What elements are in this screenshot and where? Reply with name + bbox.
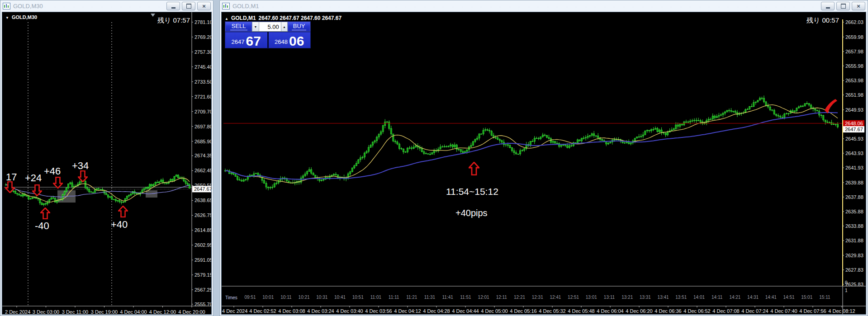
time-axis-label: 3 Dec 19:00 <box>91 309 118 315</box>
volume-decrease-button[interactable] <box>252 22 259 32</box>
chart-symbol-label: GOLD,M30 <box>12 14 37 20</box>
time-axis-label: 4 Dec 03:08 <box>278 308 305 314</box>
price-axis-label: 2591.05 <box>194 257 212 263</box>
restore-icon <box>841 4 846 9</box>
price-axis-label: 2657.98 <box>845 49 863 54</box>
price-axis-label: 2579.15 <box>194 272 212 278</box>
price-axis-label: 2602.95 <box>194 242 212 248</box>
red-up-arrow <box>118 206 128 217</box>
titlebar-m1[interactable]: GOLD,M1 <box>220 0 868 12</box>
price-axis-label: 2662.45 <box>194 168 212 173</box>
restore-icon <box>186 4 191 9</box>
time-axis-label: 4 Dec 2024 <box>222 308 247 314</box>
trade-time-annotation: 11:54~15:12 <box>446 186 498 197</box>
restore-button[interactable] <box>836 2 850 10</box>
indicator-time-label: 12:21 <box>514 295 525 300</box>
time-axis-label: 4 Dec 02:52 <box>249 308 276 314</box>
price-axis-label: 2631.88 <box>845 238 863 243</box>
bid-price-minor: 67 <box>246 35 261 47</box>
restore-button[interactable] <box>182 2 195 10</box>
price-axis-label: 2769.20 <box>194 34 212 40</box>
candlestick-chart-m1[interactable]: 2662.032659.982657.982655.982653.982651.… <box>222 12 866 315</box>
close-button[interactable] <box>852 2 865 10</box>
indicator-time-label: 11:01 <box>370 295 382 300</box>
time-axis-label: 4 Dec 06:36 <box>655 308 681 314</box>
time-axis-label: 4 Dec 04:00 <box>120 309 147 315</box>
chart-symbol-header[interactable]: GOLD,M30 <box>5 14 37 20</box>
price-axis-label: 2697.80 <box>194 124 212 129</box>
time-axis-label: 4 Dec 07:24 <box>741 308 768 314</box>
time-axis-label: 3 Dec 03:00 <box>33 309 59 315</box>
time-axis-label: 4 Dec 06:52 <box>683 308 710 314</box>
ask-price-minor: 06 <box>289 35 304 47</box>
indicator-time-label: 11:41 <box>442 295 454 300</box>
price-axis-label: 2662.03 <box>845 19 863 25</box>
price-axis-label: 2633.88 <box>845 223 863 229</box>
indicator-time-label: 15:11 <box>819 295 830 300</box>
time-axis-label: 4 Dec 03:24 <box>307 308 334 314</box>
red-down-arrow <box>5 181 15 193</box>
indicator-time-label: 10:31 <box>316 295 327 300</box>
volume-increase-button[interactable] <box>281 22 288 32</box>
price-axis-label: 2653.98 <box>845 78 863 83</box>
candle-countdown-timer: 残り 07:57 <box>157 16 190 25</box>
bid-price-major: 2647 <box>232 38 245 45</box>
moving-average-line <box>225 105 838 183</box>
chart-window-m1: GOLD,M1 2662.032659.982657.982655.982653… <box>220 0 868 316</box>
collapse-triangle-icon <box>5 14 9 20</box>
indicator-time-label: 09:51 <box>244 295 256 300</box>
price-axis-label: 2655.98 <box>845 63 863 69</box>
time-axis-label: 2 Dec 2024 <box>5 309 30 315</box>
chart-symbol-header[interactable]: GOLD,M1 2647.60 2647.67 2647.60 2647.67 <box>225 15 342 21</box>
time-axis-label: 4 Dec 08:12 <box>828 308 855 314</box>
spin-down-icon <box>254 25 257 28</box>
bid-price-display[interactable]: 2647 67 <box>225 32 267 48</box>
price-axis-label: 2781.10 <box>194 19 212 25</box>
time-axis-label: 4 Dec 05:32 <box>539 308 565 314</box>
minimize-button[interactable] <box>166 2 180 10</box>
minimize-icon <box>826 7 830 9</box>
price-axis-label: 2641.93 <box>845 165 863 170</box>
price-axis-label: 2745.40 <box>194 64 212 70</box>
time-axis-label: 4 Dec 03:56 <box>365 308 392 314</box>
price-axis-label: 2639.88 <box>845 180 863 185</box>
indicator-time-label: 11:51 <box>460 295 471 300</box>
price-axis-label: 2637.88 <box>845 194 863 200</box>
indicator-time-label: 12:01 <box>478 295 489 300</box>
buy-button[interactable]: BUY <box>288 22 310 32</box>
chart-shift-marker <box>151 14 155 17</box>
ask-price-display[interactable]: 2648 06 <box>269 32 311 48</box>
time-axis-label: 4 Dec 20:00 <box>178 309 205 315</box>
ask-price-major: 2648 <box>275 38 288 45</box>
indicator-time-label: 12:51 <box>568 295 579 300</box>
price-axis-label: 2645.93 <box>845 136 863 141</box>
time-axis-label: 4 Dec 06:04 <box>597 308 623 314</box>
chart-symbol-label: GOLD,M1 <box>231 15 256 21</box>
indicator-time-label: 13:41 <box>658 295 669 300</box>
close-button[interactable] <box>197 2 211 10</box>
indicator-time-label: 14:41 <box>765 295 777 300</box>
volume-input[interactable]: 5.00 <box>259 22 281 32</box>
window-title: GOLD,M1 <box>232 3 259 9</box>
spin-up-icon <box>283 25 286 28</box>
sell-button[interactable]: SELL <box>225 22 252 32</box>
indicator-time-label: 13:01 <box>586 295 597 300</box>
price-axis-label: 2733.50 <box>194 79 212 85</box>
chart-area-m30[interactable]: 2781.102769.202757.302745.402733.502721.… <box>2 12 212 315</box>
chart-area-m1[interactable]: 2662.032659.982657.982655.982653.982651.… <box>221 12 866 315</box>
titlebar-m30[interactable]: GOLD,M30 <box>0 0 213 12</box>
subwindow-scale-label: 1 <box>845 288 848 293</box>
indicator-time-label: 10:11 <box>280 295 292 300</box>
time-axis-label: 4 Dec 05:00 <box>481 308 508 314</box>
close-icon <box>202 3 206 9</box>
chart-window-m30: GOLD,M30 2781.102769.202757.302745.40273… <box>0 0 213 316</box>
time-axis-label: 3 Dec 11:00 <box>62 309 89 315</box>
candlestick-chart-m30[interactable]: 2781.102769.202757.302745.402733.502721.… <box>2 12 212 315</box>
indicator-time-label: 10:51 <box>352 295 364 300</box>
indicator-time-label: 12:11 <box>496 295 508 300</box>
metatrader-workspace: GOLD,M30 2781.102769.202757.302745.40273… <box>0 0 868 316</box>
pips-annotation: +40pips <box>455 208 488 218</box>
time-axis-label: 4 Dec 04:28 <box>423 308 450 314</box>
price-axis-label: 2567.25 <box>194 287 212 292</box>
minimize-button[interactable] <box>821 2 835 10</box>
